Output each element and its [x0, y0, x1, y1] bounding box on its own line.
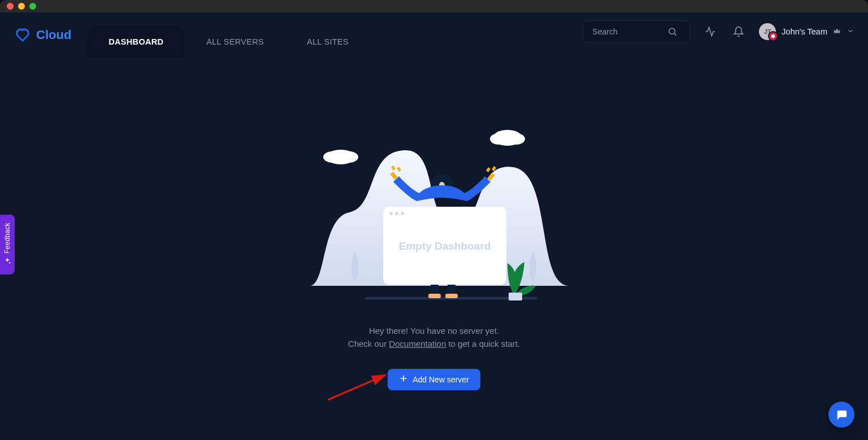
- tab-all-sites[interactable]: ALL SITES: [285, 26, 370, 58]
- team-name: John's Team: [782, 27, 827, 36]
- empty-message: Hey there! You have no server yet. Check…: [348, 324, 520, 351]
- tab-dashboard[interactable]: DASHBOARD: [87, 26, 185, 58]
- chat-widget-button[interactable]: [828, 402, 854, 428]
- brand-logo[interactable]: Cloud: [14, 12, 71, 58]
- crown-icon: [833, 27, 841, 37]
- documentation-link[interactable]: Documentation: [389, 339, 446, 348]
- svg-point-4: [340, 151, 358, 163]
- traffic-light-minimize[interactable]: [18, 3, 25, 10]
- feedback-label: Feedback: [3, 223, 11, 254]
- tab-label: ALL SERVERS: [206, 37, 264, 46]
- svg-point-15: [395, 212, 398, 215]
- avatar-badge: [768, 31, 778, 41]
- tab-label: DASHBOARD: [108, 37, 163, 46]
- nav-tabs: DASHBOARD ALL SERVERS ALL SITES: [87, 12, 370, 58]
- chevron-down-icon: [847, 27, 854, 37]
- tab-all-servers[interactable]: ALL SERVERS: [185, 26, 285, 58]
- brand-name: Cloud: [36, 28, 71, 42]
- activity-icon[interactable]: [702, 24, 718, 40]
- svg-point-16: [401, 212, 404, 215]
- chat-icon: [835, 408, 848, 421]
- search-input[interactable]: [591, 27, 665, 37]
- feedback-tab[interactable]: Feedback: [0, 215, 15, 275]
- svg-point-14: [389, 212, 393, 215]
- svg-point-0: [669, 28, 675, 34]
- top-nav: Cloud DASHBOARD ALL SERVERS ALL SITES: [0, 12, 868, 58]
- empty-illustration: Empty Dashboard: [310, 116, 558, 303]
- sparkle-icon: [3, 257, 11, 267]
- avatar: JT: [759, 23, 776, 40]
- empty-line2-post: to get a quick start.: [446, 339, 520, 348]
- search-box[interactable]: [583, 20, 690, 43]
- nav-right: JT John's Team: [583, 12, 854, 58]
- svg-point-3: [323, 151, 341, 163]
- heart-cloud-icon: [14, 26, 32, 44]
- svg-rect-12: [445, 294, 458, 298]
- empty-state: Empty Dashboard Hey there! You have no s…: [0, 58, 868, 390]
- add-server-label: Add New server: [413, 375, 469, 384]
- traffic-light-zoom[interactable]: [29, 3, 36, 10]
- empty-line1: Hey there! You have no server yet.: [348, 324, 520, 337]
- tab-label: ALL SITES: [307, 37, 349, 46]
- team-switcher[interactable]: JT John's Team: [759, 23, 854, 40]
- svg-rect-11: [428, 294, 441, 298]
- svg-rect-17: [509, 293, 522, 300]
- bell-icon[interactable]: [731, 24, 747, 40]
- window-titlebar: [0, 0, 868, 12]
- search-icon[interactable]: [665, 24, 680, 40]
- add-new-server-button[interactable]: Add New server: [388, 369, 480, 390]
- svg-point-1: [771, 34, 775, 38]
- svg-point-6: [490, 133, 507, 145]
- plus-icon: [399, 374, 408, 385]
- empty-browser-title: Empty Dashboard: [399, 240, 491, 252]
- svg-point-7: [508, 133, 525, 145]
- traffic-light-close[interactable]: [7, 3, 14, 10]
- empty-line2-pre: Check our: [348, 339, 389, 348]
